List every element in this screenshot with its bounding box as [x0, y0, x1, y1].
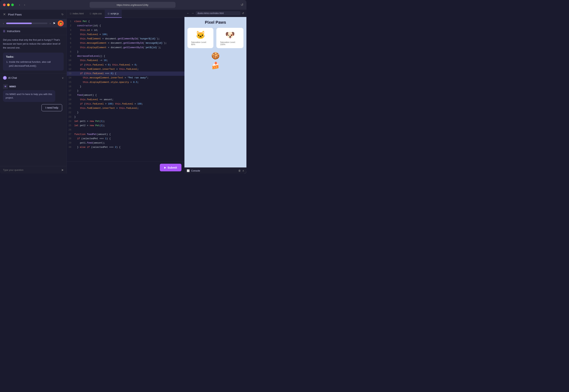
tasks-box: Tasks: Inside the setInterval function, …: [3, 53, 64, 70]
tab-css-label: style.css: [92, 12, 102, 15]
maximize-button[interactable]: [11, 3, 14, 6]
browser-nav: ‹ ›: [17, 2, 27, 7]
preview-nav: ← → duxie.mimo.run/index.html ↺: [184, 10, 246, 17]
code-line-18: 18 feed(amount) {: [67, 93, 184, 98]
left-header: ✕ Pixel Paws ↻: [0, 10, 67, 19]
tab-index-html[interactable]: ◻ index.html: [67, 10, 87, 18]
instructions-label: Instructions: [7, 30, 20, 33]
tab-js-label: script.js: [111, 12, 119, 15]
html-file-icon: ◻: [70, 12, 71, 15]
submit-area: Submit: [67, 161, 184, 174]
chevron-down-icon: ∨: [62, 76, 64, 79]
right-panel: ← → duxie.mimo.run/index.html ↺ Pixel Pa…: [184, 10, 246, 174]
mimo-avatar: M: [3, 84, 8, 89]
code-line-14: 14 this.messageElement.innerText = "Pet …: [67, 76, 184, 80]
tasks-title: Tasks:: [6, 55, 61, 58]
ai-chat-section: ✦ AI Chat ∨ M MIMO I'm MIMO and I'm here…: [0, 73, 67, 174]
url-bar[interactable]: https://mimo.org/lesson/124ty: [90, 2, 176, 8]
progress-back-icon[interactable]: ‹: [3, 22, 4, 25]
avatar: 👩: [58, 20, 64, 26]
left-panel: ✕ Pixel Paws ↻ ‹ › ⚑ 👩 ☰ Instructions Di…: [0, 10, 67, 174]
css-file-icon: ◻: [90, 12, 91, 15]
preview-url[interactable]: duxie.mimo.run/index.html: [196, 11, 240, 15]
chat-body: M MIMO I'm MIMO and I'm here to help you…: [0, 82, 67, 166]
forward-arrow-icon[interactable]: ›: [23, 2, 27, 7]
center-panel: ◻ index.html ◻ style.css ◻ script.js 1 c…: [67, 10, 184, 174]
preview-refresh-icon[interactable]: ↺: [242, 12, 244, 15]
progress-forward-icon[interactable]: ›: [50, 22, 51, 25]
flag-icon: ⚑: [53, 22, 56, 25]
traffic-lights: [3, 3, 14, 6]
preview-content: Pixel Paws 🐱 Saturation Level: 80% 🐶 Sat…: [184, 17, 246, 168]
pet-2-saturation: Saturation Level: 100%: [220, 41, 240, 45]
refresh-project-icon[interactable]: ↻: [61, 13, 64, 16]
food-cake-emoji: 🍰: [211, 62, 220, 70]
minimize-button[interactable]: [7, 3, 10, 6]
pet-card-2: 🐶 Saturation Level: 100%: [216, 28, 243, 48]
code-line-20: 20 if (this.fedLevel > 100) this.fedLeve…: [67, 102, 184, 106]
back-arrow-icon[interactable]: ‹: [17, 2, 21, 7]
chat-input-row: ➤: [0, 166, 67, 174]
instructions-body: Did you notice that only the first pet i…: [0, 35, 67, 53]
pet-1-emoji: 🐱: [196, 30, 205, 40]
code-line-16: 16 }: [67, 84, 184, 89]
mimo-msg-header: M MIMO: [3, 84, 64, 89]
code-line-2: 2 constructor(id) {: [67, 24, 184, 28]
close-icon[interactable]: ✕: [3, 12, 6, 16]
ai-chat-header[interactable]: ✦ AI Chat ∨: [0, 74, 67, 82]
code-line-7: 7 this.displayElement = document.getElem…: [67, 45, 184, 50]
preview-back-icon[interactable]: ←: [187, 12, 190, 15]
food-cookie-emoji: 🍪: [211, 52, 220, 60]
food-items: 🍪 🍰: [211, 52, 220, 70]
console-label: Console: [191, 169, 237, 172]
tab-script-js[interactable]: ◻ script.js: [105, 10, 122, 18]
ai-icon: ✦: [3, 76, 7, 80]
submit-button[interactable]: Submit: [160, 164, 181, 171]
main-container: ✕ Pixel Paws ↻ ‹ › ⚑ 👩 ☰ Instructions Di…: [0, 10, 246, 174]
preview-title: Pixel Paws: [205, 20, 226, 25]
code-line-15: 15 this.displayElement.style.opacity = 0…: [67, 80, 184, 84]
code-line-17: 17 }: [67, 89, 184, 93]
tab-style-css[interactable]: ◻ style.css: [87, 10, 105, 18]
pets-row: 🐱 Saturation Level: 80% 🐶 Saturation Lev…: [187, 28, 243, 48]
code-line-25: 25 let pet2 = new Pet(2);: [67, 124, 184, 128]
code-line-23: 23 }: [67, 115, 184, 119]
instructions-header: ☰ Instructions: [0, 28, 67, 35]
help-button[interactable]: I need help: [42, 104, 62, 111]
ai-chat-label: AI Chat: [8, 76, 60, 79]
tab-html-label: index.html: [73, 12, 84, 15]
mimo-message: M MIMO I'm MIMO and I'm here to help you…: [3, 84, 64, 102]
code-line-27: 27 function feedPet(amount) {: [67, 132, 184, 137]
js-file-icon: ◻: [108, 12, 109, 15]
code-line-19: 19 this.fedLevel += amount;: [67, 98, 184, 102]
code-line-12: 12 this.fedElement.innerText = this.fedL…: [67, 67, 184, 71]
console-icon: ⬜: [187, 169, 190, 172]
code-line-13: 13 if (this.fedLevel === 0) {: [67, 71, 184, 76]
code-line-21: 21 this.fedElement.innerText = this.fedL…: [67, 106, 184, 111]
code-line-29: 29 pet1.feed(amount);: [67, 141, 184, 145]
send-button[interactable]: ➤: [61, 168, 64, 172]
console-bar: ⬜ Console 🗑 ∧: [184, 168, 246, 174]
code-editor[interactable]: 1 class Pet { 2 constructor(id) { 3 this…: [67, 18, 184, 161]
console-collapse-icon[interactable]: ∧: [242, 169, 244, 172]
code-line-6: 6 this.messageElement = document.getElem…: [67, 41, 184, 45]
tabs-bar: ◻ index.html ◻ style.css ◻ script.js: [67, 10, 184, 18]
project-name: Pixel Paws: [8, 13, 59, 16]
code-line-9: 9 decreaseFedLevel() {: [67, 54, 184, 58]
close-button[interactable]: [3, 3, 6, 6]
code-line-4: 4 this.fedLevel = 100;: [67, 32, 184, 37]
progress-bar-area: ‹ › ⚑ 👩: [0, 19, 67, 28]
title-bar: ‹ › https://mimo.org/lesson/124ty ↺: [0, 0, 246, 10]
chat-input[interactable]: [3, 168, 60, 171]
task-item: Inside the setInterval function, also ca…: [9, 60, 61, 68]
code-line-1: 1 class Pet {: [67, 19, 184, 24]
browser-refresh-icon[interactable]: ↺: [241, 3, 243, 7]
preview-forward-icon[interactable]: →: [191, 12, 194, 15]
url-text: https://mimo.org/lesson/124ty: [117, 3, 148, 6]
code-line-30: 30 } else if (selectedPet === 2) {: [67, 145, 184, 150]
pet-card-1: 🐱 Saturation Level: 80%: [187, 28, 213, 48]
code-line-22: 22 }: [67, 111, 184, 115]
console-delete-icon[interactable]: 🗑: [238, 169, 241, 172]
mimo-name: MIMO: [9, 85, 16, 88]
code-line-3: 3 this.id = id;: [67, 28, 184, 32]
